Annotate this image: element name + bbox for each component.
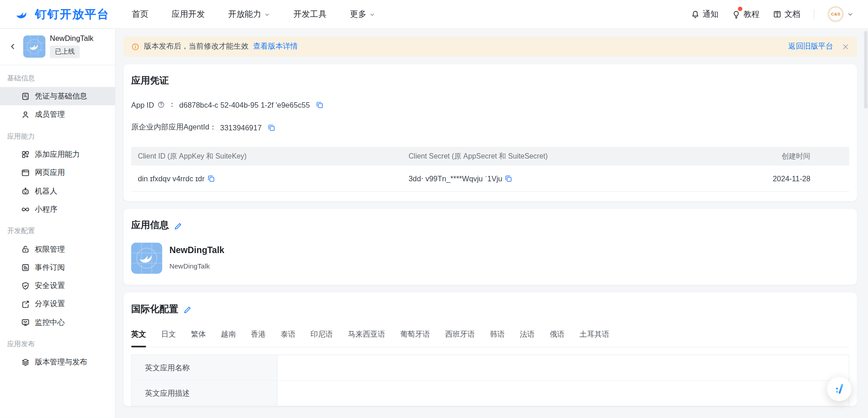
tab-hongkong[interactable]: 香港 bbox=[251, 330, 266, 347]
sidebar-item-members[interactable]: 成员管理 bbox=[0, 105, 115, 124]
sidebar-item-monitor-center[interactable]: 监控中心 bbox=[0, 313, 115, 331]
chevron-left-icon bbox=[9, 42, 17, 50]
client-id-value: din ɪfxdqv v4rrdc ɪdr bbox=[138, 174, 205, 183]
nav-app-dev[interactable]: 应用开发 bbox=[172, 9, 205, 20]
chevron-down-icon bbox=[847, 11, 854, 18]
credentials-card: 应用凭证 App ID ： d6878bc4-c 52-404b-95 1-2f… bbox=[123, 64, 857, 201]
tab-thai[interactable]: 泰语 bbox=[281, 330, 296, 347]
sidebar-item-permissions[interactable]: 权限管理 bbox=[0, 240, 115, 258]
col-client-id: Client ID (原 AppKey 和 SuiteKey) bbox=[131, 151, 402, 161]
notification-dot bbox=[738, 7, 742, 11]
tab-portuguese[interactable]: 葡萄牙语 bbox=[400, 330, 430, 347]
tab-russian[interactable]: 俄语 bbox=[550, 330, 565, 347]
credentials-table-header: Client ID (原 AppKey 和 SuiteKey) Client S… bbox=[131, 147, 849, 165]
credentials-table: Client ID (原 AppKey 和 SuiteKey) Client S… bbox=[131, 147, 849, 192]
sidebar-app-header: NewDingTalk 已上线 bbox=[0, 29, 115, 65]
edit-pencil-icon[interactable] bbox=[174, 222, 182, 230]
sidebar-item-robot[interactable]: 机器人 bbox=[0, 182, 115, 200]
monitor-icon bbox=[21, 318, 30, 327]
nav-open-capabilities[interactable]: 开放能力 bbox=[228, 9, 270, 20]
robot-icon bbox=[21, 186, 30, 195]
client-secret-value: 3dd‧ v99Tn_****Wqvju ˈ1Vju bbox=[409, 174, 503, 183]
sidebar-item-credentials[interactable]: 凭证与基础信息 bbox=[0, 87, 115, 105]
sidebar: NewDingTalk 已上线 基础信息 凭证与基础信息 成员管理 应用能力 添… bbox=[0, 29, 116, 418]
banner-message: 版本发布后，当前修改才能生效 bbox=[144, 41, 248, 51]
back-to-old-platform-link[interactable]: 返回旧版平台 bbox=[788, 41, 833, 51]
app-icon bbox=[23, 35, 45, 57]
tab-vietnamese[interactable]: 越南 bbox=[221, 330, 236, 347]
tab-malay[interactable]: 马来西亚语 bbox=[348, 330, 385, 347]
primary-nav: 首页 应用开发 开放能力 开发工具 更多 bbox=[132, 9, 375, 20]
credentials-title: 应用凭证 bbox=[131, 74, 169, 87]
share-icon bbox=[21, 299, 30, 309]
dingtalk-logo[interactable]: 钉钉开放平台 bbox=[15, 6, 110, 23]
agent-id-row: 原企业内部应用AgentId： 3313946917 bbox=[131, 122, 849, 132]
docs-button[interactable]: 文档 bbox=[773, 9, 800, 20]
close-icon[interactable] bbox=[842, 43, 849, 50]
sidebar-item-share-settings[interactable]: 分享设置 bbox=[0, 295, 115, 313]
book-icon bbox=[773, 10, 782, 19]
back-button[interactable] bbox=[7, 40, 19, 52]
copy-icon[interactable] bbox=[504, 174, 513, 183]
app-name: NewDingTalk bbox=[169, 245, 224, 255]
help-icon[interactable] bbox=[158, 101, 165, 109]
table-row: 英文应用名称 bbox=[132, 355, 848, 380]
sidebar-group-dev-config: 开发配置 bbox=[0, 218, 115, 240]
app-description: NewDingTalk bbox=[169, 263, 224, 270]
status-badge: 已上线 bbox=[50, 45, 80, 58]
sidebar-group-release: 应用发布 bbox=[0, 331, 115, 353]
tab-english[interactable]: 英文 bbox=[131, 330, 146, 347]
copy-icon[interactable] bbox=[316, 100, 324, 109]
nav-dev-tools[interactable]: 开发工具 bbox=[293, 9, 326, 20]
sidebar-item-add-capability[interactable]: 添加应用能力 bbox=[0, 145, 115, 163]
tab-traditional[interactable]: 繁体 bbox=[191, 330, 206, 347]
copy-icon[interactable] bbox=[267, 123, 276, 131]
sidebar-item-miniprogram[interactable]: 小程序 bbox=[0, 200, 115, 218]
i18n-desc-value[interactable] bbox=[277, 381, 848, 406]
copy-icon[interactable] bbox=[207, 174, 215, 183]
tab-french[interactable]: 法语 bbox=[520, 330, 535, 347]
edit-pencil-icon[interactable] bbox=[183, 305, 192, 314]
vertical-scrollbar[interactable] bbox=[864, 31, 867, 109]
col-created: 创建时间 bbox=[700, 151, 849, 161]
avatar: C&S bbox=[828, 6, 843, 22]
sidebar-item-event-subscription[interactable]: 事件订阅 bbox=[0, 258, 115, 276]
i18n-name-value[interactable] bbox=[277, 355, 848, 380]
tab-japanese[interactable]: 日文 bbox=[161, 330, 176, 347]
language-tabs: 英文 日文 繁体 越南 香港 泰语 印尼语 马来西亚语 葡萄牙语 西班牙语 韩语… bbox=[131, 330, 849, 348]
view-version-link[interactable]: 查看版本详情 bbox=[253, 41, 298, 51]
top-navbar: 钉钉开放平台 首页 应用开发 开放能力 开发工具 更多 通知 教程 文档 bbox=[0, 0, 868, 29]
sidebar-item-version-release[interactable]: 版本管理与发布 bbox=[0, 353, 115, 371]
grid-plus-icon bbox=[21, 150, 30, 159]
sidebar-app-name: NewDingTalk bbox=[50, 35, 94, 43]
nav-home[interactable]: 首页 bbox=[132, 9, 148, 20]
app-id-value: d6878bc4-c 52-404b-95 1-2f 'e9e65c55 bbox=[179, 100, 310, 109]
i18n-title: 国际化配置 bbox=[131, 303, 178, 315]
infinity-icon bbox=[21, 205, 30, 214]
account-menu[interactable]: C&S bbox=[828, 6, 853, 22]
tab-korean[interactable]: 韩语 bbox=[490, 330, 505, 347]
chevron-down-icon bbox=[264, 12, 270, 18]
info-icon bbox=[131, 42, 139, 50]
sidebar-item-security[interactable]: 安全设置 bbox=[0, 276, 115, 294]
version-notice-banner: 版本发布后，当前修改才能生效 查看版本详情 返回旧版平台 bbox=[123, 36, 857, 56]
created-date: 2024-11-28 bbox=[773, 174, 810, 183]
nav-more[interactable]: 更多 bbox=[350, 9, 375, 20]
table-row: din ɪfxdqv v4rrdc ɪdr 3dd‧ v99Tn_****Wqv… bbox=[131, 166, 849, 192]
divider bbox=[814, 9, 814, 19]
tab-spanish[interactable]: 西班牙语 bbox=[445, 330, 475, 347]
rss-icon bbox=[21, 263, 30, 272]
tutorial-button[interactable]: 教程 bbox=[732, 9, 760, 20]
app-icon-large bbox=[131, 243, 162, 274]
tab-indonesian[interactable]: 印尼语 bbox=[311, 330, 333, 347]
ai-assistant-button[interactable] bbox=[827, 377, 852, 401]
logo-text: 钉钉开放平台 bbox=[35, 6, 110, 22]
sidebar-item-web-app[interactable]: 网页应用 bbox=[0, 164, 115, 182]
i18n-desc-label: 英文应用描述 bbox=[132, 381, 277, 406]
tab-turkish[interactable]: 土耳其语 bbox=[580, 330, 610, 347]
app-info-title: 应用信息 bbox=[131, 219, 169, 232]
ai-magic-icon bbox=[833, 382, 846, 395]
notifications-button[interactable]: 通知 bbox=[691, 9, 719, 20]
i18n-card: 国际化配置 英文 日文 繁体 越南 香港 泰语 印尼语 马来西亚语 葡萄牙语 西… bbox=[123, 293, 857, 406]
table-row: 英文应用描述 bbox=[132, 380, 848, 406]
